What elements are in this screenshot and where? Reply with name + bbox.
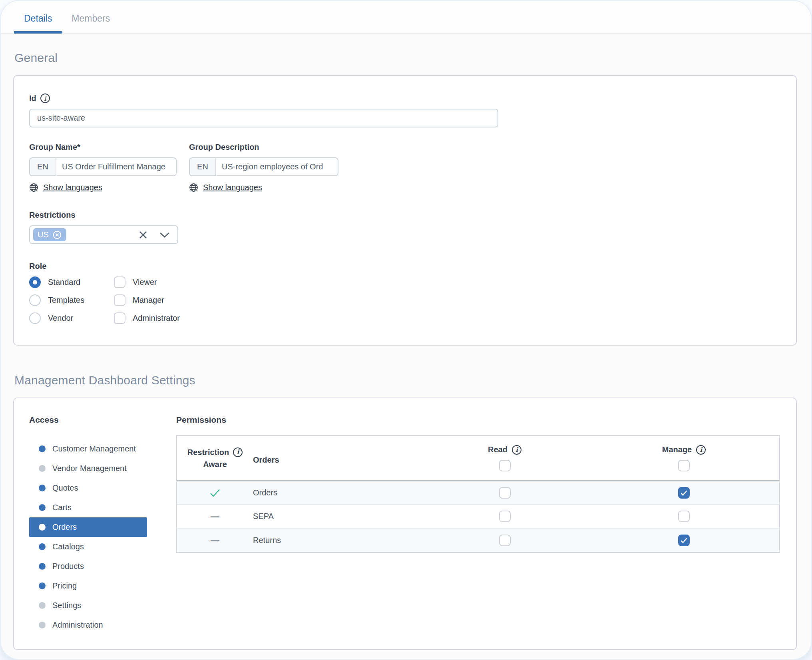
manage-cell — [589, 535, 779, 546]
group-details-window: Details Members General Id i Group Name*… — [1, 1, 811, 659]
access-item-customer-management[interactable]: Customer Management — [29, 439, 147, 459]
group-name-show-languages-link[interactable]: Show languages — [29, 183, 102, 192]
dash-icon: — — [211, 511, 219, 522]
role-option-label: Standard — [48, 278, 80, 287]
tab-details[interactable]: Details — [24, 13, 52, 33]
permission-name: Returns — [253, 536, 421, 545]
restrictions-select[interactable]: US — [29, 225, 178, 244]
chevron-down-icon[interactable] — [159, 231, 170, 239]
globe-icon — [189, 183, 198, 192]
info-icon[interactable]: i — [40, 93, 50, 103]
restrictions-label: Restrictions — [29, 211, 76, 220]
restriction-aware-cell — [177, 488, 253, 498]
role-radio-column: StandardTemplatesVendor — [29, 276, 114, 324]
access-item-label: Administration — [52, 620, 103, 630]
restriction-aware-cell: — — [177, 535, 253, 546]
radio-templates[interactable] — [29, 294, 41, 306]
permission-name: SEPA — [253, 512, 421, 521]
access-item-settings[interactable]: Settings — [29, 596, 147, 615]
permission-name: Orders — [253, 488, 421, 497]
access-item-carts[interactable]: Carts — [29, 498, 147, 517]
checkbox-viewer[interactable] — [114, 276, 125, 288]
permissions-title: Permissions — [176, 415, 780, 425]
dashboard-section-heading: Management Dashboard Settings — [14, 374, 797, 387]
access-item-label: Products — [52, 562, 84, 571]
group-description-input-group: EN — [189, 157, 338, 176]
permission-row-orders: Orders — [177, 481, 779, 505]
role-option-viewer[interactable]: Viewer — [114, 276, 180, 288]
id-input[interactable] — [29, 109, 498, 127]
role-option-templates[interactable]: Templates — [29, 294, 114, 306]
access-item-catalogs[interactable]: Catalogs — [29, 537, 147, 557]
chip-remove-icon[interactable] — [52, 230, 62, 240]
role-option-vendor[interactable]: Vendor — [29, 312, 114, 324]
access-item-label: Orders — [52, 523, 77, 532]
permissions-column: Permissions Restriction i Aware Orders — [176, 415, 780, 635]
status-dot — [39, 602, 46, 609]
restriction-aware-header: Restriction i Aware — [177, 446, 253, 470]
manage-column-header: Manage i — [589, 445, 779, 471]
manage-checkbox-returns[interactable] — [678, 535, 690, 546]
access-item-label: Pricing — [52, 581, 77, 590]
read-checkbox-orders[interactable] — [499, 487, 511, 499]
access-item-products[interactable]: Products — [29, 557, 147, 576]
access-item-administration[interactable]: Administration — [29, 615, 147, 635]
access-item-vendor-management[interactable]: Vendor Management — [29, 459, 147, 478]
access-item-quotes[interactable]: Quotes — [29, 478, 147, 498]
status-dot — [39, 485, 46, 491]
status-dot — [39, 563, 46, 570]
tab-bar: Details Members — [1, 1, 811, 34]
radio-standard[interactable] — [29, 276, 41, 288]
group-description-show-languages-link[interactable]: Show languages — [189, 183, 262, 192]
group-name-language-prefix: EN — [30, 158, 56, 175]
role-label: Role — [29, 262, 46, 271]
group-name-input-group: EN — [29, 157, 177, 176]
tab-members[interactable]: Members — [72, 13, 110, 33]
access-item-label: Vendor Management — [52, 464, 127, 473]
role-option-standard[interactable]: Standard — [29, 276, 114, 288]
manage-checkbox-sepa[interactable] — [678, 511, 690, 522]
read-all-checkbox[interactable] — [499, 460, 511, 471]
restriction-chip-us[interactable]: US — [33, 228, 66, 241]
access-item-orders[interactable]: Orders — [29, 517, 147, 537]
info-icon[interactable]: i — [512, 445, 521, 455]
role-options: StandardTemplatesVendorViewerManagerAdmi… — [29, 276, 777, 324]
role-option-manager[interactable]: Manager — [114, 294, 180, 306]
role-option-administrator[interactable]: Administrator — [114, 312, 180, 324]
checkbox-administrator[interactable] — [114, 312, 125, 324]
read-column-header: Read i — [421, 445, 589, 471]
restrictions-field: Restrictions US — [29, 211, 777, 244]
role-option-label: Manager — [133, 296, 164, 305]
permission-row-sepa: —SEPA — [177, 505, 779, 529]
info-icon[interactable]: i — [233, 447, 243, 457]
info-icon[interactable]: i — [696, 445, 706, 455]
status-dot — [39, 465, 46, 472]
read-cell — [421, 487, 589, 499]
manage-all-checkbox[interactable] — [678, 460, 690, 471]
clear-selection-icon[interactable] — [138, 230, 148, 240]
globe-icon — [29, 183, 38, 192]
general-card: Id i Group Name* EN — [13, 75, 797, 346]
access-item-pricing[interactable]: Pricing — [29, 576, 147, 596]
manage-cell — [589, 511, 779, 522]
radio-vendor[interactable] — [29, 312, 41, 324]
id-field: Id i — [29, 93, 777, 127]
read-checkbox-returns[interactable] — [499, 535, 511, 546]
role-option-label: Viewer — [133, 278, 157, 287]
read-cell — [421, 535, 589, 546]
manage-checkbox-orders[interactable] — [678, 487, 690, 499]
read-cell — [421, 511, 589, 522]
status-dot — [39, 524, 46, 531]
access-item-label: Carts — [52, 503, 72, 512]
status-dot — [39, 504, 46, 511]
checkbox-manager[interactable] — [114, 294, 125, 306]
group-description-field: Group Description EN — [189, 143, 338, 194]
group-column-header: Orders — [253, 451, 421, 465]
show-languages-label: Show languages — [43, 183, 102, 192]
group-name-input[interactable] — [56, 158, 176, 175]
dash-icon: — — [211, 535, 219, 546]
access-item-label: Catalogs — [52, 542, 84, 551]
status-dot — [39, 622, 46, 628]
group-description-input[interactable] — [216, 158, 338, 175]
read-checkbox-sepa[interactable] — [499, 511, 511, 522]
